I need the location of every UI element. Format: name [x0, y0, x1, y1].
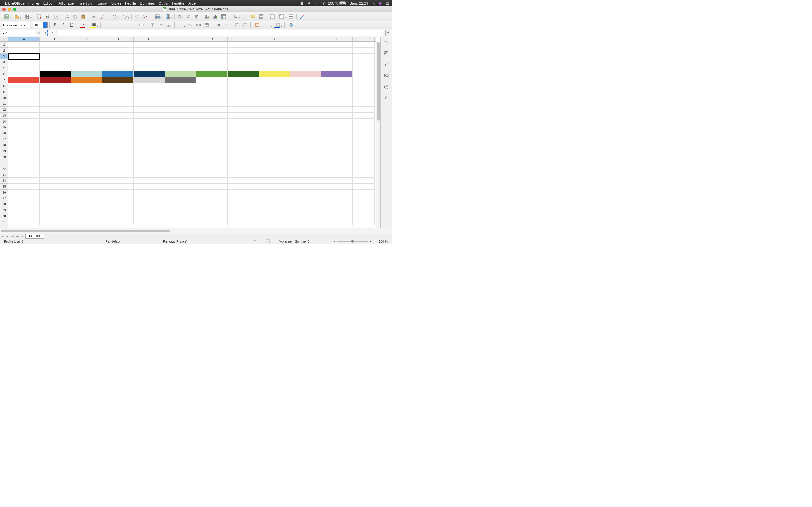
cell-J2[interactable]: [290, 48, 321, 54]
insert-special-char-button[interactable]: Ω: [231, 13, 241, 20]
cell-C25[interactable]: [71, 184, 102, 189]
open-document-button[interactable]: [12, 13, 22, 20]
cell-L27[interactable]: [353, 195, 375, 202]
row-header-27[interactable]: 27: [0, 195, 8, 202]
bluetooth-icon[interactable]: [314, 1, 318, 5]
cell-H26[interactable]: [227, 189, 259, 195]
find-replace-button[interactable]: [133, 13, 141, 20]
cell-C16[interactable]: [71, 130, 102, 136]
cell-H19[interactable]: [227, 148, 259, 154]
cell-B2[interactable]: [40, 48, 71, 54]
cell-E28[interactable]: [134, 202, 165, 207]
cell-A16[interactable]: [8, 130, 40, 136]
cell-A7[interactable]: [8, 77, 40, 83]
cell-I14[interactable]: [259, 119, 290, 124]
cell-F11[interactable]: [165, 101, 196, 107]
decrease-indent-button[interactable]: [241, 22, 249, 29]
cell-H21[interactable]: [227, 160, 259, 166]
cell-G9[interactable]: [196, 89, 227, 95]
clear-formatting-button[interactable]: [99, 13, 106, 20]
cell-H11[interactable]: [227, 101, 259, 107]
cell-D2[interactable]: [102, 48, 134, 54]
row-header-25[interactable]: 25: [0, 184, 8, 189]
menu-fichier[interactable]: Fichier: [29, 1, 40, 5]
align-left-button[interactable]: [102, 22, 110, 29]
insert-chart-button[interactable]: [212, 13, 219, 20]
cell-K25[interactable]: [321, 184, 353, 189]
cell-G26[interactable]: [196, 189, 227, 195]
cell-G15[interactable]: [196, 124, 227, 130]
cell-H28[interactable]: [227, 202, 259, 207]
cell-A3[interactable]: [8, 54, 40, 59]
cell-G2[interactable]: [196, 48, 227, 54]
cell-G14[interactable]: [196, 119, 227, 124]
row-header-29[interactable]: 29: [0, 207, 8, 213]
sheet-prev-button[interactable]: ◀: [5, 234, 10, 238]
row-header-5[interactable]: 5: [0, 65, 8, 71]
equals-button[interactable]: =: [50, 30, 55, 36]
row-header-28[interactable]: 28: [0, 202, 8, 207]
font-size-input[interactable]: [33, 23, 43, 27]
cell-G11[interactable]: [196, 101, 227, 107]
siri-icon[interactable]: [378, 1, 382, 5]
cell-H31[interactable]: [227, 219, 259, 225]
cell-A15[interactable]: [8, 124, 40, 130]
cell-F30[interactable]: [165, 213, 196, 219]
row-header-20[interactable]: 20: [0, 154, 8, 160]
row-header-12[interactable]: 12: [0, 107, 8, 113]
cell-D21[interactable]: [102, 160, 134, 166]
zoom-window-button[interactable]: [13, 8, 16, 11]
cell-H27[interactable]: [227, 195, 259, 202]
zoom-track[interactable]: [337, 241, 368, 242]
cell-K26[interactable]: [321, 189, 353, 195]
cell-E4[interactable]: [134, 59, 165, 65]
cell-A20[interactable]: [8, 154, 40, 160]
cell-E21[interactable]: [134, 160, 165, 166]
sidebar-styles-icon[interactable]: [382, 61, 390, 68]
cell-C30[interactable]: [71, 213, 102, 219]
cell-F4[interactable]: [165, 59, 196, 65]
cell-I4[interactable]: [259, 59, 290, 65]
cell-L13[interactable]: [353, 113, 375, 119]
cell-I20[interactable]: [259, 154, 290, 160]
new-document-button[interactable]: [2, 13, 11, 20]
cell-I26[interactable]: [259, 189, 290, 195]
row-header-24[interactable]: 24: [0, 178, 8, 184]
cell-I17[interactable]: [259, 136, 290, 142]
cell-F31[interactable]: [165, 219, 196, 225]
cell-J17[interactable]: [290, 136, 321, 142]
cell-E18[interactable]: [134, 142, 165, 148]
column-header-E[interactable]: E: [134, 37, 165, 41]
cell-J6[interactable]: [290, 71, 321, 77]
cell-C26[interactable]: [71, 189, 102, 195]
cell-D3[interactable]: [102, 54, 134, 59]
cell-L28[interactable]: [353, 202, 375, 207]
cell-F28[interactable]: [165, 202, 196, 207]
cell-E27[interactable]: [134, 195, 165, 202]
cell-K19[interactable]: [321, 148, 353, 154]
cell-E9[interactable]: [134, 89, 165, 95]
cell-J24[interactable]: [290, 178, 321, 184]
column-button[interactable]: [163, 13, 172, 20]
cell-A26[interactable]: [8, 189, 40, 195]
cell-I30[interactable]: [259, 213, 290, 219]
align-bottom-button[interactable]: [165, 22, 172, 29]
cell-F1[interactable]: [165, 42, 196, 48]
cell-F13[interactable]: [165, 113, 196, 119]
row-header-4[interactable]: 4: [0, 59, 8, 65]
cell-H1[interactable]: [227, 42, 259, 48]
cell-B18[interactable]: [40, 142, 71, 148]
border-style-button[interactable]: [263, 22, 272, 29]
row-header-26[interactable]: 26: [0, 189, 8, 195]
undo-button[interactable]: [110, 13, 119, 20]
cell-L25[interactable]: [353, 184, 375, 189]
vertical-scrollbar[interactable]: [376, 42, 380, 228]
cell-I21[interactable]: [259, 160, 290, 166]
cell-J19[interactable]: [290, 148, 321, 154]
cell-D26[interactable]: [102, 189, 134, 195]
menu-aide[interactable]: Aide: [188, 1, 196, 5]
cell-L23[interactable]: [353, 172, 375, 178]
horizontal-scrollbar[interactable]: [0, 228, 392, 233]
row-header-11[interactable]: 11: [0, 101, 8, 107]
cell-C5[interactable]: [71, 65, 102, 71]
